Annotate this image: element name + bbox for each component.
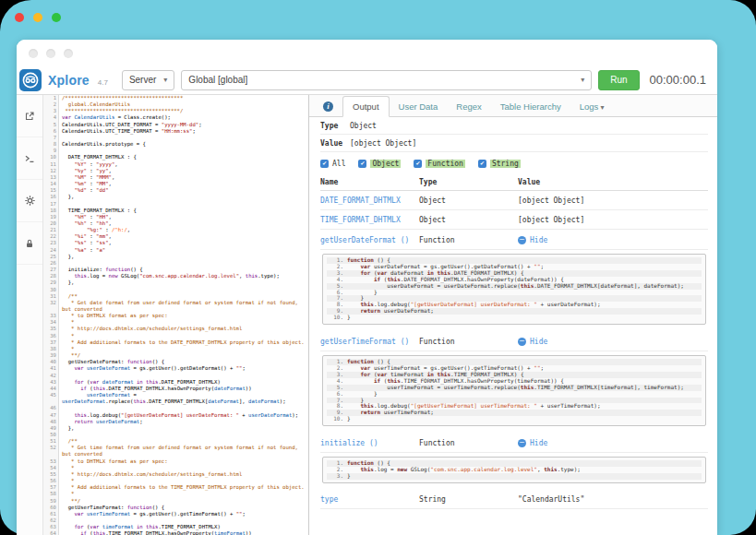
tab-user-data[interactable]: User Data bbox=[390, 97, 448, 116]
code-line[interactable]: 14 "%m" : "MM", bbox=[43, 181, 308, 187]
code-line[interactable]: 5CalendarUtils.UTC_DATE_FORMAT = "yyyy-M… bbox=[43, 122, 308, 128]
tab-logs[interactable]: Logs ▾ bbox=[570, 97, 614, 116]
code-line[interactable]: 54 * bbox=[43, 465, 308, 471]
code-line[interactable]: 63 for (var timeFormat in this.TIME_FORM… bbox=[43, 524, 308, 530]
maximize-window-button[interactable] bbox=[52, 13, 61, 22]
open-in-new-window-icon bbox=[24, 111, 35, 122]
code-line[interactable]: 43 for (var dateFormat in this.DATE_FORM… bbox=[43, 379, 308, 386]
checkbox-checked-icon[interactable]: ✔ bbox=[320, 160, 329, 168]
code-line[interactable]: 23 "%s" : "ss", bbox=[43, 240, 308, 246]
code-line[interactable]: 38 * bbox=[43, 346, 308, 352]
property-link[interactable]: getUserTimeFormat () bbox=[320, 338, 419, 346]
tab-output[interactable]: Output bbox=[342, 96, 390, 117]
code-line[interactable]: 13 "%M" : "MMM", bbox=[43, 174, 308, 181]
settings-button[interactable] bbox=[17, 180, 42, 222]
code-line[interactable]: 46 bbox=[43, 405, 308, 411]
code-line[interactable]: 26 bbox=[43, 260, 308, 267]
checkbox-checked-icon[interactable]: ✔ bbox=[414, 160, 422, 168]
code-line[interactable]: 8CalendarUtils.prototype = { bbox=[43, 141, 308, 148]
tab-regex[interactable]: Regex bbox=[447, 97, 490, 116]
code-line[interactable]: 34 * bbox=[43, 319, 308, 326]
code-line[interactable]: 11 "%Y" : "yyyy", bbox=[43, 161, 308, 168]
property-link[interactable]: TIME_FORMAT_DHTMLX bbox=[320, 216, 419, 224]
code-line[interactable]: 44 if (this.DATE_FORMAT_DHTMLX.hasOwnPro… bbox=[43, 386, 308, 392]
filter-string[interactable]: ✔String bbox=[478, 160, 521, 168]
scope-combobox[interactable]: Global [global] ▾ bbox=[181, 70, 592, 90]
code-line[interactable]: 52 * Get time format from user defined f… bbox=[43, 445, 308, 458]
code-line[interactable]: 2 global.CalendarUtils bbox=[43, 101, 308, 108]
filter-all[interactable]: ✔All bbox=[320, 160, 345, 168]
code-line[interactable]: 57 * Add additional formats to the TIME_… bbox=[43, 484, 308, 491]
hide-link[interactable]: –Hide bbox=[518, 439, 547, 447]
code-line[interactable]: 30 bbox=[43, 287, 308, 293]
code-line[interactable]: 4var CalendarUtils = Class.create(); bbox=[43, 114, 308, 121]
run-button[interactable]: Run bbox=[598, 70, 639, 90]
code-line[interactable]: 3 *************************************/ bbox=[43, 108, 308, 114]
filter-object[interactable]: ✔Object bbox=[358, 160, 401, 168]
tab-info[interactable]: i bbox=[314, 96, 342, 116]
code-line[interactable]: 56 * bbox=[43, 478, 308, 484]
code-line[interactable]: 20 "%h" : "hh", bbox=[43, 220, 308, 227]
filter-function[interactable]: ✔Function bbox=[414, 160, 465, 168]
close-window-button[interactable] bbox=[15, 13, 24, 22]
code-line[interactable]: 7 bbox=[43, 135, 308, 141]
code-line[interactable]: 18 TIME_FORMAT_DHTMLX : { bbox=[43, 208, 308, 214]
code-line[interactable]: 15 "%d" : "dd" bbox=[43, 187, 308, 194]
code-line[interactable]: 50 bbox=[43, 432, 308, 438]
open-in-new-window-button[interactable] bbox=[17, 95, 42, 137]
code-line[interactable]: 19 "%H" : "HH", bbox=[43, 214, 308, 220]
code-line[interactable]: 47 this.log.debug("[getUserDateFormat] u… bbox=[43, 412, 308, 419]
code-line[interactable]: 55 * http://docs.dhtmlx.com/scheduler/se… bbox=[43, 471, 308, 478]
code-line[interactable]: 39 **/ bbox=[43, 352, 308, 359]
code-line[interactable]: 53 * to DHTMLX format as per spec: bbox=[43, 458, 308, 465]
code-line[interactable]: 35 * http://docs.dhtmlx.com/scheduler/se… bbox=[43, 326, 308, 332]
code-line[interactable]: 42 bbox=[43, 373, 308, 379]
property-link[interactable]: DATE_FORMAT_DHTMLX bbox=[320, 196, 419, 205]
code-line[interactable]: 45 userDateFormat = userDateFormat.repla… bbox=[43, 392, 308, 405]
lock-button[interactable] bbox=[17, 222, 42, 265]
code-line[interactable]: 32 * Get date format from user defined f… bbox=[43, 300, 308, 313]
code-line[interactable]: 25 }, bbox=[43, 254, 308, 260]
code-line[interactable]: 12 "%y" : "yy", bbox=[43, 168, 308, 174]
code-line[interactable]: 61 var userTimeFormat = gs.getUser().get… bbox=[43, 511, 308, 517]
code-line[interactable]: 24 "%a" : "a" bbox=[43, 247, 308, 254]
checkbox-checked-icon[interactable]: ✔ bbox=[358, 160, 366, 168]
code-line[interactable]: 21 "%g:" : /^h:/, bbox=[43, 227, 308, 233]
code-line[interactable]: 59 **/ bbox=[43, 498, 308, 505]
code-line[interactable]: 64 if (this.TIME_FORMAT_DHTMLX.hasOwnPro… bbox=[43, 530, 308, 535]
server-select[interactable]: Server ▾ bbox=[122, 70, 174, 90]
code-line[interactable]: 41 var userDateFormat = gs.getUser().get… bbox=[43, 365, 308, 372]
code-line[interactable]: 40 getUserDateFormat: function() { bbox=[43, 359, 308, 365]
code-line[interactable]: 33 * to DHTMLX format as per spec: bbox=[43, 313, 308, 319]
code-line[interactable]: 58 * bbox=[43, 491, 308, 497]
code-line[interactable]: 48 return userDateFormat; bbox=[43, 419, 308, 425]
hide-link[interactable]: –Hide bbox=[518, 236, 547, 244]
property-link[interactable]: getUserDateFormat () bbox=[320, 236, 419, 244]
tab-table-hierarchy[interactable]: Table Hierarchy bbox=[491, 97, 570, 116]
code-line[interactable]: 6CalendarUtils.UTC_TIME_FORMAT = "HH:mm:… bbox=[43, 128, 308, 135]
code-line[interactable]: 27 initialize: function() { bbox=[43, 267, 308, 273]
property-link[interactable]: initialize () bbox=[320, 439, 419, 447]
console-button[interactable] bbox=[17, 137, 42, 180]
summary-row: TypeObject bbox=[320, 117, 708, 135]
code-line[interactable]: 62 bbox=[43, 517, 308, 524]
code-line[interactable]: 16 }, bbox=[43, 194, 308, 200]
code-line[interactable]: 51 /** bbox=[43, 438, 308, 445]
property-link[interactable]: type bbox=[320, 495, 419, 504]
code-line[interactable]: 17 bbox=[43, 201, 308, 208]
code-line[interactable]: 60 getUserTimeFormat: function() { bbox=[43, 505, 308, 511]
code-line[interactable]: 28 this.log = new GSLog("com.snc.app.cal… bbox=[43, 273, 308, 279]
code-line[interactable]: 36 * bbox=[43, 333, 308, 339]
code-line[interactable]: 49 }, bbox=[43, 425, 308, 432]
code-line[interactable]: 1/************************************** bbox=[43, 95, 308, 101]
code-line[interactable]: 37 * Add additional formats to the DATE_… bbox=[43, 339, 308, 346]
code-line[interactable]: 22 "%i" : "mm", bbox=[43, 233, 308, 240]
code-line[interactable]: 10 DATE_FORMAT_DHTMLX : { bbox=[43, 154, 308, 160]
code-line[interactable]: 31 /** bbox=[43, 293, 308, 300]
hide-link[interactable]: –Hide bbox=[518, 338, 547, 346]
code-editor[interactable]: 1/**************************************… bbox=[43, 95, 308, 535]
code-line[interactable]: 29 }, bbox=[43, 279, 308, 286]
minimize-window-button[interactable] bbox=[33, 13, 42, 22]
code-line[interactable]: 9 bbox=[43, 148, 308, 154]
checkbox-checked-icon[interactable]: ✔ bbox=[478, 160, 486, 168]
